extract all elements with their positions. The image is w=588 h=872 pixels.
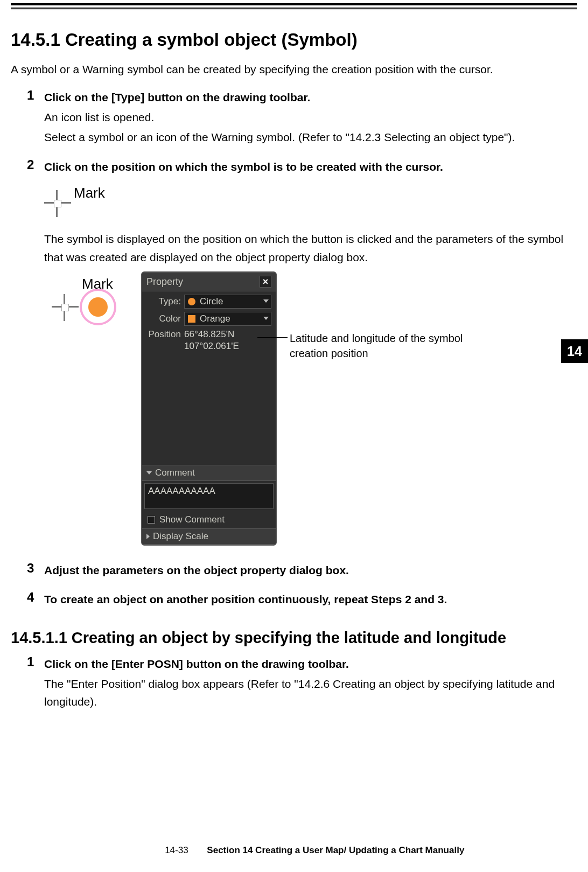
color-label: Color [146, 313, 181, 324]
circle-icon [188, 298, 195, 305]
page-number: 14-33 [124, 845, 188, 856]
type-value: Circle [200, 296, 223, 307]
callout-leader-line [257, 337, 288, 338]
step-title: Adjust the parameters on the object prop… [44, 562, 577, 579]
step-body-line: An icon list is opened. [44, 108, 577, 127]
type-dropdown[interactable]: Circle [184, 295, 271, 309]
heading-14-5-1: 14.5.1 Creating a symbol object (Symbol) [11, 30, 577, 50]
step-2: 2 Click on the position on which the sym… [27, 158, 577, 546]
chevron-down-icon [263, 317, 269, 320]
position-values: 66°48.825'N 107°02.061'E [184, 329, 271, 352]
color-dropdown[interactable]: Orange [184, 312, 271, 326]
step-body-line: Select a symbol or an icon of the Warnin… [44, 128, 577, 147]
step-title: Click on the [Enter POSN] button on the … [44, 655, 577, 673]
crosshair-center [61, 304, 69, 311]
step-number: 1 [27, 654, 34, 669]
decorative-rule [11, 3, 577, 5]
footer-section-title: Section 14 Creating a User Map/ Updating… [207, 845, 464, 855]
intro-paragraph: A symbol or a Warning symbol can be crea… [11, 63, 577, 76]
decorative-rule [11, 10, 577, 10]
step-number: 4 [27, 590, 34, 605]
mark-symbol-illustration: Mark [50, 279, 141, 327]
property-dialog: Property × Type: Circle Color [141, 271, 277, 546]
step-title: Click on the position on which the symbo… [44, 158, 577, 176]
step-body-line: The symbol is displayed on the position … [44, 230, 577, 266]
decorative-rule [11, 8, 577, 9]
step-number: 3 [27, 561, 34, 576]
type-label: Type: [146, 296, 181, 307]
close-button[interactable]: × [260, 276, 271, 288]
callout-label: Latitude and longitude of the symbol cre… [290, 331, 473, 361]
step-title: Click on the [Type] button on the drawin… [44, 89, 577, 106]
step-body-line: The "Enter Position" dialog box appears … [44, 675, 577, 711]
chevron-down-icon [263, 299, 269, 303]
dialog-titlebar: Property × [142, 273, 276, 291]
comment-textarea[interactable]: AAAAAAAAAAA [144, 483, 274, 509]
display-scale-header-label: Display Scale [153, 531, 208, 542]
color-value: Orange [200, 313, 230, 324]
step-number: 2 [27, 157, 34, 172]
chevron-down-icon [146, 471, 152, 475]
crosshair-center [54, 200, 61, 207]
dialog-spacer [146, 355, 271, 463]
heading-14-5-1-1: 14.5.1.1 Creating an object by specifyin… [11, 629, 577, 647]
position-lat: 66°48.825'N [184, 329, 271, 340]
position-lon: 107°02.061'E [184, 341, 271, 352]
crosshair-icon [44, 190, 71, 217]
color-swatch-icon [188, 315, 195, 323]
step-3: 3 Adjust the parameters on the object pr… [27, 562, 577, 579]
step-1: 1 Click on the [Type] button on the draw… [27, 89, 577, 147]
cursor-label: Mark [74, 185, 105, 201]
dialog-title: Property [146, 276, 183, 288]
sub-step-1: 1 Click on the [Enter POSN] button on th… [27, 655, 577, 711]
show-comment-label: Show Comment [159, 514, 225, 525]
crosshair-icon [52, 294, 79, 321]
position-label: Position [146, 329, 181, 340]
checkbox-icon [148, 516, 155, 524]
callout-text: Latitude and longitude of the symbol cre… [290, 332, 463, 359]
display-scale-section-header[interactable]: Display Scale [142, 528, 276, 545]
comment-header-label: Comment [155, 468, 195, 478]
page-footer: 14-33 Section 14 Creating a User Map/ Up… [0, 845, 588, 856]
comment-section-header[interactable]: Comment [142, 465, 276, 481]
step-4: 4 To create an object on another positio… [27, 591, 577, 608]
step-number: 1 [27, 88, 34, 103]
step-title: To create an object on another position … [44, 591, 577, 608]
chevron-right-icon [146, 534, 150, 539]
mark-label: Mark [82, 276, 113, 292]
show-comment-checkbox[interactable]: Show Comment [142, 511, 276, 528]
cursor-illustration: Mark [44, 185, 120, 222]
